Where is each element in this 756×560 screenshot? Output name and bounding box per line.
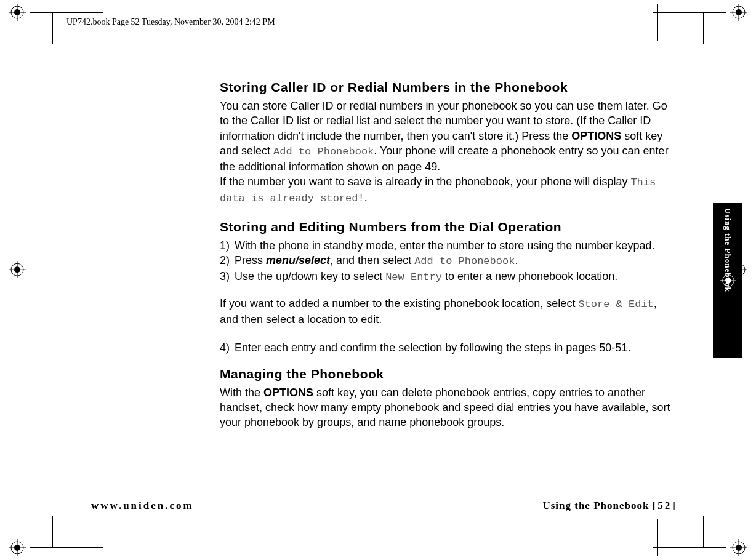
- body-text: You can store Caller ID or redial number…: [220, 98, 675, 206]
- lcd-text: Add to Phonebook: [273, 146, 374, 158]
- steps-list: 1)With the phone in standby mode, enter …: [220, 238, 675, 285]
- step-text: Enter each entry and confirm the selecti…: [235, 340, 675, 355]
- body-text: If you want to added a number to the exi…: [220, 296, 675, 327]
- heading-managing-phonebook: Managing the Phonebook: [220, 367, 675, 382]
- crop-mark: [30, 547, 103, 548]
- step-item: 3)Use the up/down key to select New Entr…: [220, 269, 675, 285]
- options-key-label: OPTIONS: [571, 130, 621, 142]
- header-rule: [52, 14, 704, 14]
- crop-mark: [657, 4, 658, 41]
- text: Use the up/down key to select: [235, 270, 385, 282]
- step-number: 3): [220, 269, 235, 285]
- page-header-meta: UP742.book Page 52 Tuesday, November 30,…: [66, 17, 275, 27]
- text: Press: [235, 254, 266, 266]
- text: If you want to added a number to the exi…: [220, 297, 578, 310]
- heading-storing-caller-id: Storing Caller ID or Redial Numbers in t…: [220, 80, 675, 95]
- registration-mark-icon: [9, 261, 26, 278]
- frame-line: [703, 12, 704, 44]
- step-item: 2)Press menu/select, and then select Add…: [220, 253, 675, 269]
- crop-mark: [653, 547, 726, 548]
- footer-section: Using the Phonebook [52]: [542, 500, 677, 512]
- frame-line: [703, 516, 704, 548]
- page-content: Storing Caller ID or Redial Numbers in t…: [220, 80, 675, 444]
- lcd-text: Store & Edit: [578, 298, 653, 310]
- registration-mark-icon: [9, 4, 26, 21]
- lcd-text: Add to Phonebook: [414, 255, 515, 267]
- footer-url: www.uniden.com: [91, 500, 194, 512]
- text: With the: [220, 386, 263, 399]
- section-tab: Using the Phonebook: [713, 203, 742, 358]
- step-text: Press menu/select, and then select Add t…: [235, 253, 675, 269]
- frame-line: [52, 12, 53, 44]
- step-text: With the phone in standby mode, enter th…: [235, 238, 675, 253]
- text: .: [515, 254, 518, 266]
- steps-list: 4)Enter each entry and confirm the selec…: [220, 340, 675, 355]
- lcd-text: New Entry: [385, 271, 442, 283]
- text: .: [364, 191, 368, 204]
- crop-mark: [657, 519, 658, 556]
- step-item: 1)With the phone in standby mode, enter …: [220, 238, 675, 253]
- text: If the number you want to save is alread…: [220, 175, 630, 188]
- registration-mark-icon: [720, 273, 736, 289]
- heading-storing-editing: Storing and Editing Numbers from the Dia…: [220, 220, 675, 234]
- step-number: 1): [220, 238, 235, 253]
- menu-select-label: menu/select: [266, 254, 330, 266]
- registration-mark-icon: [9, 539, 26, 556]
- text: Using the Phonebook: [542, 500, 652, 511]
- options-key-label: OPTIONS: [263, 386, 313, 399]
- crop-mark: [653, 12, 726, 13]
- step-number: 4): [220, 340, 235, 355]
- text: , and then select: [330, 254, 414, 266]
- step-item: 4)Enter each entry and confirm the selec…: [220, 340, 675, 355]
- page-footer: www.uniden.com Using the Phonebook [52]: [91, 500, 677, 512]
- step-text: Use the up/down key to select New Entry …: [235, 269, 675, 285]
- registration-mark-icon: [730, 539, 747, 556]
- step-number: 2): [220, 253, 235, 269]
- text: to enter a new phonebook location.: [442, 270, 617, 282]
- page-number: [52]: [653, 500, 677, 511]
- registration-mark-icon: [730, 4, 747, 21]
- frame-line: [52, 516, 53, 548]
- crop-mark: [30, 12, 103, 13]
- body-text: With the OPTIONS soft key, you can delet…: [220, 385, 675, 430]
